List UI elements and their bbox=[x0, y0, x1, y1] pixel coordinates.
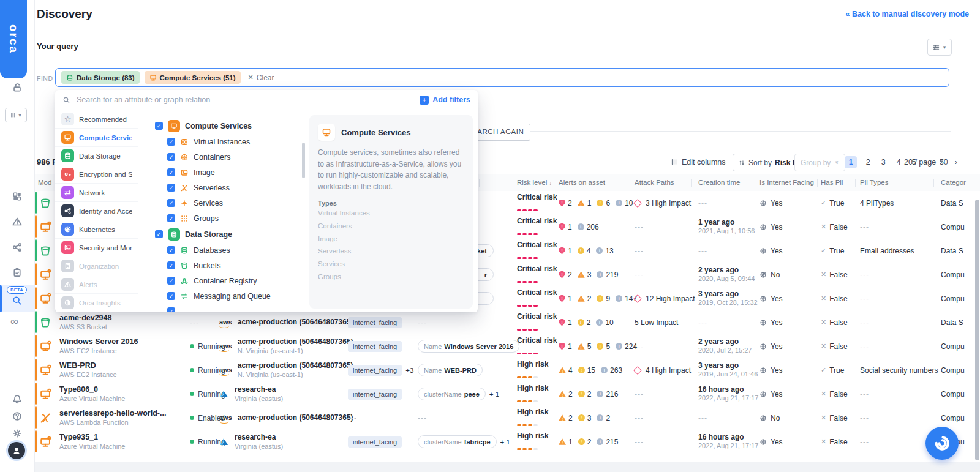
settings-gear-icon[interactable] bbox=[12, 428, 23, 439]
app-sidebar: orca ▼ BETA ∞ bbox=[0, 0, 35, 472]
detail-type-item: Virtual Instances bbox=[318, 207, 464, 220]
query-filter-chip[interactable]: Data Storage (83) bbox=[61, 71, 140, 84]
help-icon[interactable] bbox=[12, 411, 23, 422]
checkbox-checked[interactable]: ✓ bbox=[167, 292, 175, 300]
category: Data S bbox=[941, 310, 980, 334]
checkbox-checked[interactable]: ✓ bbox=[167, 153, 175, 161]
tree-item-groups[interactable]: ✓Groups bbox=[138, 211, 309, 226]
add-filters-button[interactable]: +Add filters bbox=[420, 96, 470, 105]
table-row[interactable]: Type806_0Azure Virtual MachineRunningres… bbox=[34, 382, 980, 406]
monitor-icon bbox=[168, 120, 180, 132]
checkbox-checked[interactable]: ✓ bbox=[167, 199, 175, 207]
per-page-selector[interactable]: 20 / page▼ bbox=[904, 154, 944, 170]
column-header-attack-paths[interactable]: Attack Paths bbox=[635, 179, 674, 186]
sidebar-category-data-storage[interactable]: Data Storage bbox=[55, 147, 138, 165]
tree-item-buckets[interactable]: ✓Buckets bbox=[138, 258, 309, 273]
checkbox-checked[interactable]: ✓ bbox=[167, 246, 175, 254]
query-filter-chip[interactable]: Compute Services (51) bbox=[145, 71, 241, 84]
page-title: Discovery bbox=[37, 7, 92, 21]
table-row[interactable]: serverlessrepo-hello-world-...AWS Lambda… bbox=[34, 406, 980, 430]
risk-meter bbox=[517, 250, 557, 261]
find-query-bar[interactable]: Data Storage (83)Compute Services (51) ✕… bbox=[55, 68, 949, 87]
back-to-manual-discovery-link[interactable]: « Back to manual discovery mode bbox=[846, 10, 969, 18]
alerts-triangle-icon[interactable] bbox=[12, 216, 23, 227]
sidebar-category-kubernetes[interactable]: Kubernetes bbox=[55, 220, 138, 239]
tree-item-databases[interactable]: ✓Databases bbox=[138, 242, 309, 258]
orca-assistant-button[interactable] bbox=[925, 427, 959, 460]
checkbox-checked[interactable]: ✓ bbox=[167, 214, 175, 222]
column-header-has-pii[interactable]: Has Pii bbox=[821, 179, 843, 186]
asset-type: AWS EC2 Instance bbox=[59, 370, 117, 379]
pagination-page[interactable]: 2 bbox=[864, 158, 872, 167]
shift-left-infinity-icon[interactable]: ∞ bbox=[10, 316, 18, 327]
creation-time: --- bbox=[698, 406, 707, 430]
edit-columns-button[interactable]: Edit columns bbox=[670, 154, 726, 170]
clear-query-button[interactable]: ✕Clear bbox=[248, 73, 274, 82]
sidebar-category-recommended[interactable]: ☆Recommended bbox=[55, 110, 138, 129]
inventory-grid-icon[interactable] bbox=[12, 191, 23, 202]
creation-time: 16 hours ago2022, Aug 21, 17:17 bbox=[698, 430, 758, 454]
compliance-clipboard-icon[interactable] bbox=[12, 267, 23, 278]
sidebar-category-compute-services[interactable]: Compute Services bbox=[55, 129, 138, 147]
sidebar-category-encryption-and-secrets[interactable]: Encryption and Secrets bbox=[55, 165, 138, 184]
lock-open-icon[interactable] bbox=[12, 82, 23, 93]
tree-item-label: Containers bbox=[194, 153, 230, 162]
tree-item-services[interactable]: ✓Services bbox=[138, 195, 309, 211]
table-row[interactable]: acme-dev2948AWS S3 Bucket---awsacme-prod… bbox=[34, 310, 980, 335]
pagination-page[interactable]: 3 bbox=[879, 158, 888, 167]
tree-item-data-storage[interactable]: ✓Data Storage bbox=[138, 226, 309, 242]
tree-item-containers[interactable]: ✓Containers bbox=[138, 149, 309, 165]
tree-item-serverless[interactable]: ✓Serverless bbox=[138, 180, 309, 195]
checkbox-checked[interactable]: ✓ bbox=[167, 184, 175, 192]
checkbox-checked[interactable]: ✓ bbox=[167, 307, 175, 312]
column-header-mod[interactable]: Mod bbox=[38, 179, 51, 186]
orca-logo[interactable]: orca bbox=[0, 0, 27, 78]
x-icon: ✕ bbox=[821, 390, 826, 398]
tree-item-container-registry[interactable]: ✓Container Registry bbox=[138, 273, 309, 288]
tree-item-label: Databases bbox=[194, 246, 230, 255]
table-row[interactable]: Windows Server 2016AWS EC2 InstanceRunni… bbox=[34, 334, 980, 359]
user-avatar[interactable] bbox=[8, 442, 25, 459]
checkbox-checked[interactable]: ✓ bbox=[167, 138, 175, 146]
tree-item-virtual-instances[interactable]: ✓Virtual Instances bbox=[138, 134, 309, 149]
pagination-next[interactable]: › bbox=[955, 157, 957, 167]
asset-type: AWS EC2 Instance bbox=[59, 347, 138, 355]
notifications-bell-icon[interactable] bbox=[12, 394, 23, 405]
table-row[interactable]: WEB-PRDAWS EC2 InstanceRunningawsacme-pr… bbox=[34, 358, 980, 383]
discovery-search-icon[interactable] bbox=[12, 295, 23, 306]
pii-types: --- bbox=[860, 334, 869, 358]
checkbox-checked[interactable]: ✓ bbox=[167, 277, 175, 285]
column-header-pii-types[interactable]: Pii Types bbox=[860, 179, 888, 186]
attribute-search-input[interactable] bbox=[75, 95, 415, 105]
attack-path-graph-icon[interactable] bbox=[12, 242, 23, 253]
vertical-scrollbar[interactable] bbox=[975, 200, 979, 460]
pagination-prev[interactable]: ‹ bbox=[835, 157, 838, 167]
query-view-options-button[interactable]: ▼ bbox=[927, 39, 952, 56]
warn-icon bbox=[61, 278, 74, 291]
column-header-risk-level[interactable]: Risk level ↓ bbox=[517, 179, 552, 186]
column-header-creation-time[interactable]: Creation time bbox=[698, 179, 740, 186]
globe-icon bbox=[760, 295, 767, 302]
view-selector-button[interactable]: ▼ bbox=[5, 108, 27, 122]
asset-type-tree: ✓Compute Services✓Virtual Instances✓Cont… bbox=[138, 110, 309, 312]
tree-item-messaging-and-queue[interactable]: ✓Messaging and Queue bbox=[138, 288, 309, 304]
sidebar-category-identity-and-access[interactable]: Identity and Access bbox=[55, 202, 138, 220]
column-header-alerts-on-asset[interactable]: Alerts on asset bbox=[559, 179, 605, 186]
checkbox-checked[interactable]: ✓ bbox=[155, 122, 163, 130]
checkbox-checked[interactable]: ✓ bbox=[167, 168, 175, 176]
risk-level: Critical risk bbox=[517, 215, 557, 239]
tree-item-image[interactable]: ✓Image bbox=[138, 165, 309, 180]
column-header-is-internet-facing[interactable]: Is Internet Facing bbox=[760, 179, 814, 186]
category-label: Encryption and Secrets bbox=[79, 171, 132, 178]
checkbox-checked[interactable]: ✓ bbox=[167, 261, 175, 269]
pagination-page[interactable]: 4 bbox=[894, 158, 903, 167]
table-row[interactable]: Type935_1Azure Virtual MachineRunningres… bbox=[34, 430, 980, 454]
tree-item-compute-services[interactable]: ✓Compute Services bbox=[138, 118, 309, 134]
tree-scrollbar[interactable] bbox=[302, 143, 305, 178]
checkbox-checked[interactable]: ✓ bbox=[155, 230, 163, 238]
column-header-categor[interactable]: Categor bbox=[941, 179, 966, 186]
sidebar-category-security-and-monitoring[interactable]: Security and Monitoring bbox=[55, 239, 138, 257]
sidebar-category-network[interactable]: ⇄Network bbox=[55, 184, 138, 202]
pagination-page[interactable]: 1 bbox=[845, 156, 857, 168]
person-icon bbox=[11, 445, 22, 456]
